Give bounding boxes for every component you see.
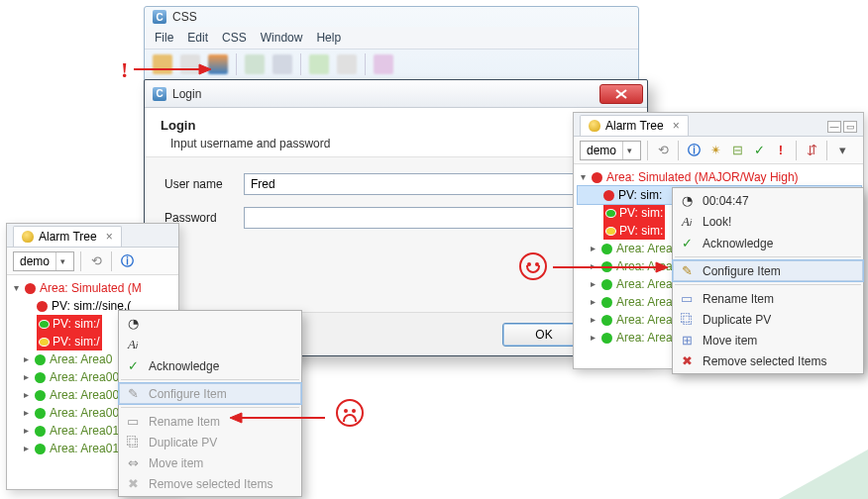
- ctx-acknowledge[interactable]: ✓Acknowledge: [119, 355, 301, 376]
- toolbar-icon[interactable]: [272, 54, 292, 74]
- tab-alarm-tree[interactable]: Alarm Tree ×: [13, 226, 122, 247]
- text-icon: Ai: [125, 337, 141, 352]
- menu-file[interactable]: File: [151, 29, 177, 47]
- info-icon[interactable]: ⓘ: [118, 252, 136, 270]
- username-label: User name: [164, 177, 244, 191]
- ctx-look[interactable]: AiLook!: [673, 211, 863, 233]
- menu-icon[interactable]: ▾: [833, 142, 851, 159]
- tab-alarm-tree[interactable]: Alarm Tree ×: [580, 115, 689, 136]
- toolbar-icon[interactable]: [374, 54, 393, 74]
- ctx-acknowledge[interactable]: ✓Acknowledge: [673, 233, 863, 253]
- main-toolbar: [145, 50, 638, 79]
- happy-face-annotation: [519, 252, 547, 280]
- app-title: CSS: [172, 10, 197, 24]
- check-icon[interactable]: ✓: [750, 142, 768, 159]
- close-tab-icon[interactable]: ×: [673, 119, 680, 133]
- toolbar-icon[interactable]: [245, 54, 265, 74]
- separator: [365, 53, 366, 75]
- separator: [300, 53, 301, 75]
- exclamation-annotation: !: [121, 57, 128, 83]
- text-icon: Ai: [679, 214, 695, 230]
- separator: [675, 256, 861, 257]
- move-icon: ⊞: [679, 333, 695, 348]
- tree-node[interactable]: ▾Area: Simulated (M: [11, 279, 176, 297]
- alert-icon[interactable]: !: [772, 142, 790, 159]
- username-input[interactable]: [244, 173, 627, 195]
- sort-icon[interactable]: ⇵: [803, 142, 820, 159]
- menu-edit[interactable]: Edit: [183, 29, 212, 47]
- ctx-rename[interactable]: ▭Rename Item: [673, 288, 863, 309]
- separator: [675, 284, 861, 285]
- svg-marker-7: [656, 262, 668, 272]
- move-icon: ⇔: [125, 455, 141, 470]
- app-icon: C: [153, 10, 166, 24]
- maximize-icon[interactable]: ▭: [843, 121, 857, 133]
- ctx-move[interactable]: ⊞Move item: [673, 330, 863, 350]
- tab-label: Alarm Tree: [605, 119, 664, 133]
- separator: [121, 379, 299, 380]
- gear-icon: ✎: [679, 263, 695, 278]
- duplicate-icon: ⿻: [679, 312, 695, 327]
- bell-icon: [589, 120, 600, 132]
- minimize-icon[interactable]: —: [827, 121, 841, 133]
- panel-window-controls[interactable]: — ▭: [827, 121, 857, 136]
- ctx-remove[interactable]: ✖Remove selected Items: [673, 350, 863, 371]
- separator: [826, 141, 827, 160]
- remove-icon: ✖: [679, 353, 695, 368]
- separator: [80, 251, 81, 271]
- arrow-to-disabled-configure: [228, 411, 327, 425]
- config-combo[interactable]: demo ▾: [13, 251, 74, 271]
- check-icon: ✓: [679, 236, 695, 250]
- close-icon: [615, 89, 627, 99]
- ctx-remove: ✖Remove selected Items: [119, 473, 301, 494]
- separator: [236, 53, 237, 75]
- combo-value: demo: [20, 254, 50, 268]
- remove-icon: ✖: [125, 476, 141, 491]
- rename-icon: ▭: [125, 414, 141, 429]
- separator: [796, 141, 797, 160]
- ctx-configure-item[interactable]: ✎Configure Item: [673, 260, 863, 281]
- clock-icon: ◔: [679, 193, 695, 208]
- toolbar-icon[interactable]: [309, 54, 329, 74]
- menu-help[interactable]: Help: [312, 29, 345, 47]
- menu-window[interactable]: Window: [257, 29, 307, 47]
- chevron-down-icon: ▾: [55, 252, 69, 270]
- login-heading: Login: [161, 118, 631, 133]
- sad-face-annotation: [336, 399, 364, 427]
- info-icon[interactable]: ⓘ: [685, 142, 703, 159]
- toolbar-icon[interactable]: [337, 54, 357, 74]
- svg-marker-5: [230, 413, 242, 423]
- clock-icon: ◔: [125, 316, 141, 331]
- rename-icon: ▭: [679, 291, 695, 306]
- ctx-configure-item: ✎Configure Item: [119, 383, 301, 404]
- ctx-duplicate[interactable]: ⿻Duplicate PV: [673, 309, 863, 330]
- separator: [678, 141, 679, 160]
- tree-node[interactable]: ▾Area: Simulated (MAJOR/Way High): [578, 168, 861, 186]
- decorative-triangle: [779, 449, 868, 499]
- login-titlebar[interactable]: C Login: [145, 80, 647, 108]
- ctx-time[interactable]: ◔: [119, 313, 301, 334]
- menu-css[interactable]: CSS: [218, 29, 251, 47]
- close-button[interactable]: [599, 84, 643, 104]
- arrow-to-login-icon: [134, 62, 213, 76]
- gear-icon[interactable]: ✴: [706, 142, 724, 159]
- duplicate-icon: ⿻: [125, 435, 141, 449]
- password-input[interactable]: [244, 207, 627, 229]
- ctx-time[interactable]: ◔00:04:47: [673, 190, 863, 211]
- link-icon[interactable]: ⟲: [654, 142, 672, 159]
- config-combo[interactable]: demo ▾: [580, 141, 641, 160]
- gear-icon: ✎: [125, 386, 141, 401]
- ctx-move: ⇔Move item: [119, 452, 301, 473]
- chevron-down-icon: ▾: [622, 142, 636, 159]
- ctx-look[interactable]: Ai: [119, 334, 301, 355]
- arrow-to-enabled-configure: [553, 260, 670, 274]
- separator: [647, 141, 648, 160]
- login-subheading: Input username and password: [161, 137, 631, 150]
- combo-value: demo: [587, 144, 616, 157]
- link-icon[interactable]: ⟲: [87, 252, 105, 270]
- menu-bar[interactable]: File Edit CSS Window Help: [145, 27, 638, 50]
- close-tab-icon[interactable]: ×: [106, 230, 113, 244]
- tree-icon[interactable]: ⊟: [728, 142, 746, 159]
- ctx-duplicate: ⿻Duplicate PV: [119, 432, 301, 452]
- tab-label: Alarm Tree: [39, 230, 97, 244]
